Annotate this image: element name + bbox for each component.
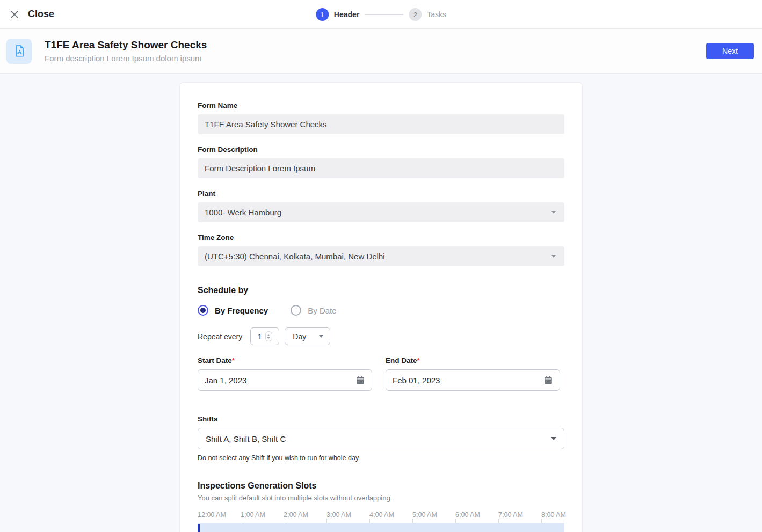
form-description-label: Form Description [198,145,564,154]
repeat-count-value: 1 [258,332,262,341]
hour-tick [369,519,370,523]
dates-row: Start Date* Jan 1, 2023 End Date* Feb 01 [198,356,564,391]
repeat-unit-value: Day [293,332,306,341]
end-date-input[interactable]: Feb 01, 2023 [386,369,560,391]
radio-by-frequency[interactable]: By Frequency [198,305,268,316]
stepper: 1 Header 2 Tasks [316,0,446,29]
slots-subtext: You can split default slot into multiple… [198,494,564,502]
hour-tick [326,519,327,523]
plant-label: Plant [198,190,564,198]
page-subtitle: Form description Lorem Ipsum dolom ipsum [45,54,207,63]
hour-label: 1:00 AM [241,511,265,519]
shifts-value: Shift A, Shift B, Shift C [206,434,286,443]
form-description-input[interactable] [198,158,564,178]
timezone-value: (UTC+5:30) Chennai, Kolkata, Mumbai, New… [205,252,385,261]
step-2-label: Tasks [427,10,446,19]
close-label: Close [28,9,54,20]
hour-tick [284,519,284,523]
end-date-value: Feb 01, 2023 [393,376,440,385]
chevron-down-icon [551,211,556,214]
plant-select[interactable]: 1000- Werk Hamburg [198,202,564,222]
by-date-label: By Date [308,306,336,315]
slot-bar[interactable] [198,523,564,532]
radio-by-date[interactable]: By Date [291,305,336,316]
hour-tick [412,519,413,523]
tick-row [198,519,564,523]
hour-label: 4:00 AM [369,511,394,519]
hour-label: 3:00 AM [326,511,351,519]
hour-label: 8:00 AM [541,511,566,519]
step-connector [365,14,403,15]
shifts-select[interactable]: Shift A, Shift B, Shift C [198,428,564,449]
chevron-down-icon [551,437,556,440]
calendar-icon[interactable] [355,375,365,385]
repeat-every-label: Repeat every [198,332,242,341]
step-2-circle: 2 [409,8,422,21]
repeat-count-input[interactable]: 1 [250,327,279,345]
page-title: T1FE Area Safety Shower Checks [45,39,207,51]
required-asterisk: * [232,356,235,365]
form-card: Form Name Form Description Plant 1000- W… [179,82,583,532]
stepper-up-icon [267,334,270,336]
calendar-icon[interactable] [543,375,553,385]
plant-value: 1000- Werk Hamburg [205,208,281,217]
close-button[interactable]: Close [10,9,54,20]
radio-unselected-icon [291,305,301,316]
form-document-icon [6,39,32,64]
form-name-label: Form Name [198,101,564,110]
slots-heading: Inspections Generation Slots [198,481,564,491]
timezone-label: Time Zone [198,234,564,242]
chevron-down-icon [551,255,556,258]
hour-label: 12:00 AM [198,511,226,519]
time-ruler: 12:00 AM 1:00 AM 2:00 AM 3:00 AM 4:00 AM… [198,511,564,519]
hour-tick [498,519,499,523]
start-date-value: Jan 1, 2023 [205,376,246,385]
form-name-input[interactable] [198,114,564,134]
hour-label: 6:00 AM [455,511,480,519]
shifts-label: Shifts [198,415,564,423]
schedule-by-heading: Schedule by [198,286,564,295]
next-button[interactable]: Next [706,43,754,59]
hour-tick [455,519,456,523]
step-1-circle: 1 [316,8,329,21]
start-date-label: Start Date* [198,356,372,365]
end-date-label: End Date* [386,356,560,365]
slot-handle[interactable] [198,524,200,532]
hour-label: 7:00 AM [498,511,523,519]
number-stepper-icon[interactable] [265,331,272,341]
repeat-unit-select[interactable]: Day [285,327,330,345]
step-1-label: Header [334,10,359,19]
hour-tick [541,519,542,523]
required-asterisk: * [417,356,420,365]
hour-label: 2:00 AM [284,511,308,519]
step-tasks[interactable]: 2 Tasks [409,8,446,21]
schedule-by-options: By Frequency By Date [198,305,564,316]
hour-tick [241,519,241,523]
form-header: T1FE Area Safety Shower Checks Form desc… [0,29,762,74]
by-frequency-label: By Frequency [215,306,268,315]
start-date-input[interactable]: Jan 1, 2023 [198,369,372,391]
stepper-down-icon [267,337,270,339]
repeat-every-row: Repeat every 1 Day [198,327,564,345]
close-icon [10,10,19,19]
step-header[interactable]: 1 Header [316,8,359,21]
hour-label: 5:00 AM [412,511,437,519]
timezone-select[interactable]: (UTC+5:30) Chennai, Kolkata, Mumbai, New… [198,246,564,266]
shifts-helper-text: Do not select any Shift if you wish to r… [198,454,564,462]
radio-selected-icon [198,305,208,316]
top-bar: Close 1 Header 2 Tasks [0,0,762,29]
chevron-down-icon [319,335,323,338]
